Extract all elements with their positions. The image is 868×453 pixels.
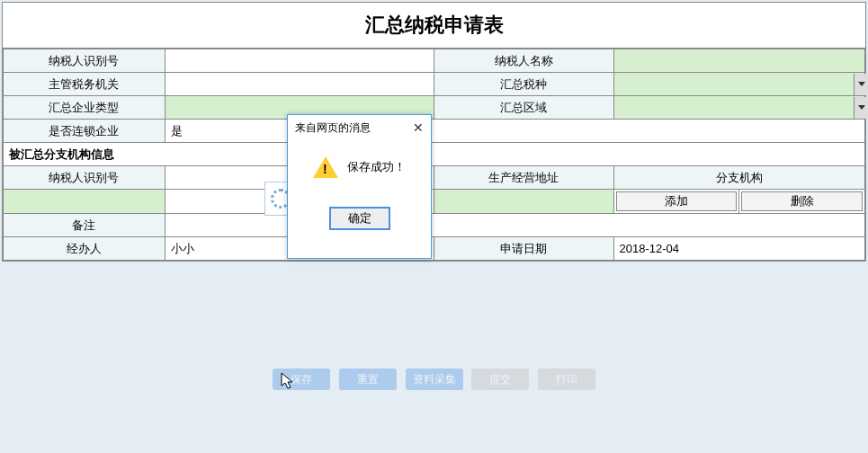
label-branch-org: 分支机构 — [613, 166, 864, 190]
label-branch-id: 纳税人识别号 — [4, 166, 166, 190]
value-tax-authority[interactable] — [165, 73, 434, 96]
dialog-body: 保存成功！ — [288, 140, 431, 187]
delete-button[interactable]: 删除 — [741, 191, 863, 211]
chevron-down-icon[interactable] — [854, 74, 868, 95]
add-button[interactable]: 添加 — [616, 191, 738, 211]
label-remark: 备注 — [4, 214, 166, 237]
ent-type-text — [166, 99, 171, 112]
label-tax-type: 汇总税种 — [434, 73, 613, 96]
save-button[interactable]: 保存 — [273, 369, 330, 390]
message-dialog: 来自网页的消息 ✕ 保存成功！ 确定 — [287, 114, 432, 259]
ok-button[interactable]: 确定 — [329, 207, 390, 230]
value-taxpayer-name[interactable] — [613, 49, 864, 73]
print-button[interactable]: 打印 — [538, 369, 595, 390]
reset-button[interactable]: 重置 — [339, 369, 397, 390]
warning-icon — [313, 156, 338, 178]
page-title: 汇总纳税申请表 — [3, 3, 865, 49]
label-taxpayer-id: 纳税人识别号 — [4, 49, 166, 73]
main-table: 纳税人识别号 纳税人名称 主管税务机关 汇总税种 汇总企业类型 — [3, 49, 865, 261]
submit-button[interactable]: 提交 — [471, 369, 529, 390]
dialog-message: 保存成功！ — [347, 159, 406, 175]
value-remark[interactable] — [165, 214, 864, 237]
section-branch-header: 被汇总分支机构信息 — [4, 143, 865, 166]
label-region: 汇总区域 — [434, 96, 613, 120]
label-chain: 是否连锁企业 — [4, 120, 166, 143]
label-tax-authority: 主管税务机关 — [4, 73, 166, 96]
close-icon[interactable]: ✕ — [413, 120, 424, 135]
dialog-title: 来自网页的消息 — [295, 120, 371, 136]
bottom-toolbar: 保存 重置 资料采集 提交 打印 — [0, 369, 868, 390]
tax-type-text — [614, 76, 620, 89]
value-tax-type[interactable] — [613, 73, 864, 96]
form-panel: 汇总纳税申请表 纳税人识别号 纳税人名称 主管税务机关 汇总税种 汇总企业类型 — [2, 2, 866, 262]
label-agent: 经办人 — [4, 237, 166, 261]
dialog-footer: 确定 — [288, 187, 431, 230]
value-chain[interactable]: 是 — [165, 120, 864, 143]
collect-button[interactable]: 资料采集 — [406, 369, 463, 390]
branch-id-cell[interactable] — [4, 190, 166, 214]
dialog-titlebar: 来自网页的消息 ✕ — [288, 115, 431, 140]
branch-add-cell: 添加 — [613, 190, 739, 214]
label-apply-date: 申请日期 — [434, 237, 613, 261]
label-ent-type: 汇总企业类型 — [4, 96, 166, 120]
branch-addr-cell[interactable] — [434, 190, 613, 214]
label-taxpayer-name: 纳税人名称 — [434, 49, 613, 73]
branch-del-cell: 删除 — [739, 190, 865, 214]
region-text — [614, 99, 620, 112]
value-region[interactable] — [613, 96, 864, 120]
label-branch-addr: 生产经营地址 — [434, 166, 613, 190]
chevron-down-icon[interactable] — [854, 97, 868, 119]
value-taxpayer-id[interactable] — [165, 49, 434, 73]
value-apply-date[interactable]: 2018-12-04 — [613, 237, 864, 261]
